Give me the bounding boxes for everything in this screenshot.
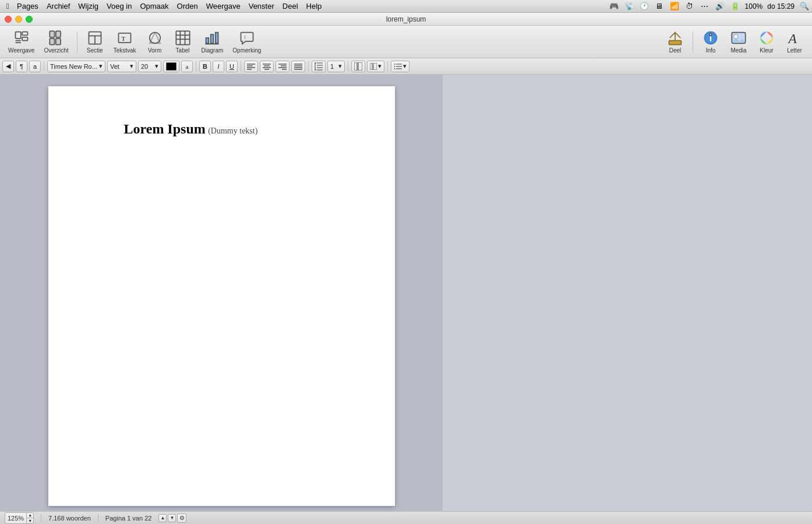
list-style-icon — [394, 63, 402, 70]
svg-rect-22 — [211, 34, 214, 43]
svg-rect-61 — [373, 63, 377, 70]
window-controls — [5, 16, 33, 23]
menu-pages[interactable]: Pages — [13, 1, 43, 11]
svg-text:T: T — [121, 36, 125, 42]
format-toolbar: ◀ ¶ a Times New Ro... ▾ Vet ▾ 20 ▾ a B I… — [0, 58, 812, 75]
svg-point-30 — [709, 33, 712, 36]
close-button[interactable] — [5, 16, 12, 23]
inspector-panel — [443, 75, 812, 511]
svg-rect-59 — [358, 62, 362, 71]
fmt-color-btn[interactable] — [163, 61, 179, 72]
menu-weergave[interactable]: Weergave — [202, 1, 245, 11]
columns-val-icon — [370, 63, 377, 70]
toolbar-deel[interactable]: Deel — [662, 28, 688, 56]
fmt-columns-btn[interactable] — [351, 61, 365, 72]
toolbar-sectie[interactable]: Sectie — [82, 28, 108, 56]
deel-icon — [667, 30, 683, 46]
menu-venster[interactable]: Venster — [245, 1, 278, 11]
status-sep-2 — [98, 514, 98, 522]
svg-rect-7 — [50, 38, 54, 45]
document-area[interactable]: Lorem Ipsum (Dummy tekst) — [0, 75, 443, 511]
svg-rect-1 — [22, 32, 27, 36]
fmt-font-name-btn[interactable]: Times New Ro... ▾ — [47, 61, 105, 72]
toolbar-letter[interactable]: A Letter — [782, 28, 807, 56]
fmt-line-height-val-btn[interactable]: 1 ▾ — [327, 61, 345, 72]
fmt-font-size: 20 — [141, 63, 148, 70]
fmt-style-left[interactable]: ◀ — [2, 61, 14, 72]
page-navigation: ▲ ▼ ⚙ — [158, 514, 186, 523]
maximize-button[interactable] — [26, 16, 33, 23]
toolbar-media[interactable]: Media — [726, 28, 751, 56]
menu-wijzig[interactable]: Wijzig — [74, 1, 103, 11]
fmt-paragraph-icon: ¶ — [20, 63, 23, 70]
apple-logo-icon[interactable]:  — [2, 1, 13, 12]
fmt-sep-2 — [196, 61, 196, 72]
fmt-line-height-btn[interactable] — [312, 61, 326, 72]
timemachine-icon: ⏱ — [684, 1, 695, 12]
fmt-style-left-icon: ◀ — [6, 62, 10, 70]
fmt-align-left-btn[interactable] — [244, 61, 258, 72]
menu-voeg-in[interactable]: Voeg in — [103, 1, 136, 11]
tekstvak-icon: T — [116, 30, 133, 46]
page-next-btn[interactable]: ▼ — [168, 514, 176, 522]
fmt-paragraph-style[interactable]: ¶ — [16, 61, 27, 72]
battery-icon: 🔋 — [730, 1, 740, 12]
document-page[interactable]: Lorem Ipsum (Dummy tekst) — [48, 86, 395, 506]
zoom-arrows[interactable]: ▲ ▼ — [26, 512, 33, 524]
svg-text:A: A — [788, 31, 797, 46]
zoom-down-arrow[interactable]: ▼ — [27, 518, 33, 524]
fmt-underline-btn[interactable]: U — [226, 61, 238, 72]
page-prev-btn[interactable]: ▲ — [158, 514, 167, 522]
toolbar-overzicht[interactable]: Overzicht — [40, 28, 72, 56]
toolbar-kleur[interactable]: Kleur — [754, 28, 779, 56]
columns-icon — [354, 62, 362, 71]
tabel-label: Tabel — [176, 47, 190, 54]
fmt-char-icon: a — [33, 63, 37, 70]
status-gear-btn[interactable]: ⚙ — [177, 514, 186, 523]
toolbar-weergave[interactable]: Weergave — [5, 28, 38, 56]
word-count: 7.168 woorden — [48, 515, 91, 522]
vorm-icon — [147, 30, 163, 46]
svg-point-64 — [394, 66, 396, 67]
minimize-button[interactable] — [15, 16, 22, 23]
svg-rect-5 — [50, 31, 54, 37]
spotlight-search-icon[interactable]: 🔍 — [799, 1, 810, 12]
fmt-bold-btn[interactable]: B — [199, 61, 211, 72]
menu-archief[interactable]: Archief — [43, 1, 74, 11]
fmt-font-style-btn[interactable]: Vet ▾ — [107, 61, 136, 72]
menu-deel[interactable]: Deel — [278, 1, 302, 11]
menu-orden[interactable]: Orden — [173, 1, 202, 11]
dots-icon[interactable]: ⋯ — [700, 1, 710, 12]
menu-opmaak[interactable]: Opmaak — [136, 1, 172, 11]
toolbar-info[interactable]: Info — [698, 28, 723, 56]
toolbar-diagram[interactable]: Diagram — [198, 28, 227, 56]
window-title: lorem_ipsum — [386, 15, 426, 23]
toolbar-opmerking[interactable]: ! Opmerking — [229, 28, 264, 56]
toolbar-tabel[interactable]: Tabel — [170, 28, 196, 56]
fmt-list-btn[interactable]: ▾ — [391, 61, 409, 72]
fmt-italic-btn[interactable]: I — [213, 61, 224, 72]
fmt-char-style[interactable]: a — [29, 61, 41, 72]
fmt-color-a-btn[interactable]: a — [181, 61, 193, 72]
fmt-font-size-btn[interactable]: 20 ▾ — [138, 61, 161, 72]
fmt-columns-val-btn[interactable]: ▾ — [367, 61, 384, 72]
svg-point-62 — [394, 64, 396, 65]
align-right-icon — [278, 63, 287, 70]
fmt-italic-icon: I — [217, 63, 219, 70]
menu-help[interactable]: Help — [302, 1, 326, 11]
letter-icon: A — [786, 30, 803, 46]
fmt-align-center-btn[interactable] — [260, 61, 274, 72]
game-controller-icon: 🎮 — [609, 1, 619, 12]
toolbar-vorm[interactable]: Vorm — [142, 28, 168, 56]
svg-text:!: ! — [244, 34, 246, 40]
fmt-align-right-btn[interactable] — [276, 61, 290, 72]
zoom-control[interactable]: 125% ▲ ▼ — [5, 512, 34, 524]
volume-icon[interactable]: 🔊 — [715, 1, 725, 12]
zoom-up-arrow[interactable]: ▲ — [27, 512, 33, 518]
datetime-display: do 15:29 — [767, 2, 795, 10]
fmt-align-justify-btn[interactable] — [291, 61, 305, 72]
toolbar-tekstvak[interactable]: T Tekstvak — [110, 28, 140, 56]
fmt-color-box — [166, 62, 176, 71]
wifi-icon[interactable]: 📶 — [669, 1, 680, 12]
svg-point-66 — [394, 68, 396, 69]
